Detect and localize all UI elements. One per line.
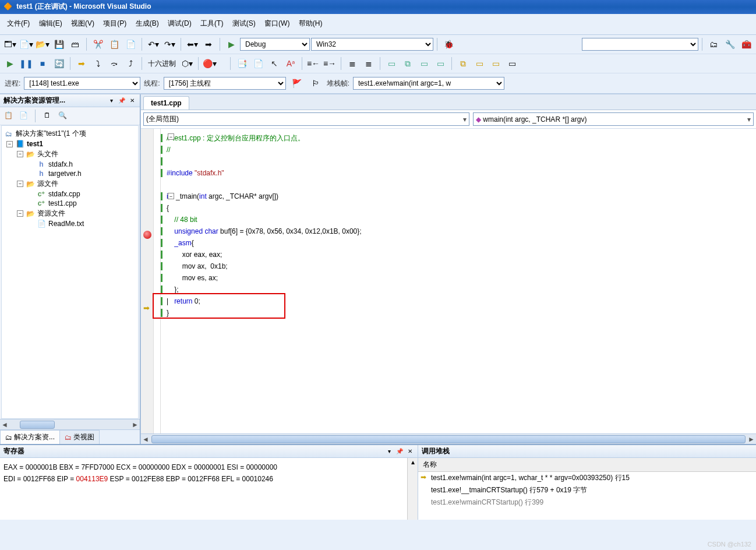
window-btn-4[interactable]: ▭: [433, 56, 448, 71]
nav-back-button[interactable]: ⬅▾: [185, 37, 200, 52]
menu-edit[interactable]: 编辑(E): [37, 17, 65, 30]
panel-menu-icon[interactable]: ▾: [107, 97, 115, 105]
tb-ext-4[interactable]: Aᵃ: [283, 56, 298, 71]
paste-button[interactable]: 📄: [123, 37, 138, 52]
cut-button[interactable]: ✂️: [90, 37, 105, 52]
callstack-body[interactable]: 名称 ➡test1.exe!wmain(int argc=1, wchar_t …: [418, 458, 756, 520]
solution-tree[interactable]: 🗂解决方案"test1"(1 个项 −📘test1 −📂头文件 hstdafx.…: [1, 125, 139, 419]
panel-pin-icon[interactable]: 📌: [118, 97, 126, 105]
stop-button[interactable]: ■: [35, 56, 50, 71]
step-over-button[interactable]: ⤼: [107, 56, 122, 71]
new-item-button[interactable]: 📄▾: [19, 37, 34, 52]
code-area[interactable]: ➡ − − // test1.cpp : 定义控制台应用程序的入口点。 // #…: [141, 129, 756, 433]
se-btn-3[interactable]: 🗒: [41, 110, 53, 121]
step-out-button[interactable]: ⤴: [123, 56, 138, 71]
menu-build[interactable]: 生成(B): [133, 17, 161, 30]
indent-inc-button[interactable]: ≡→: [322, 56, 337, 71]
hex-toggle[interactable]: 十六进制: [146, 59, 178, 69]
uncomment-button[interactable]: ≣: [361, 56, 376, 71]
file-test1-cpp[interactable]: c⁺test1.cpp: [4, 199, 136, 208]
outlining-margin[interactable]: − −: [154, 129, 161, 433]
window-btn-8[interactable]: ▭: [504, 56, 520, 71]
start-debug-button[interactable]: ▶: [224, 37, 239, 52]
fold-icon[interactable]: −: [168, 193, 174, 199]
menu-tools[interactable]: 工具(T): [198, 17, 225, 30]
registers-vscrollbar[interactable]: ▴: [407, 458, 418, 520]
step-into-button[interactable]: ⤵: [90, 56, 105, 71]
flag-thread-button[interactable]: 🚩: [289, 76, 305, 91]
registers-body[interactable]: EAX = 0000001B EBX = 7FFD7000 ECX = 0000…: [0, 458, 407, 520]
menu-view[interactable]: 视图(V): [69, 17, 97, 30]
restart-button[interactable]: 🔄: [51, 56, 66, 71]
menu-project[interactable]: 项目(P): [101, 17, 129, 30]
open-button[interactable]: 📂▾: [35, 37, 50, 52]
redo-button[interactable]: ↷▾: [162, 37, 177, 52]
undo-button[interactable]: ↶▾: [146, 37, 161, 52]
window-btn-5[interactable]: ⧉: [455, 56, 471, 71]
headers-folder[interactable]: −📂头文件: [4, 149, 136, 160]
sources-folder[interactable]: −📂源文件: [4, 178, 136, 189]
properties-button[interactable]: 🔧: [722, 37, 737, 52]
tb-ext-1[interactable]: 📑: [234, 56, 249, 71]
expand-icon[interactable]: −: [17, 181, 23, 187]
tab-solution-explorer[interactable]: 🗂解决方案资...: [0, 430, 60, 444]
file-stdafx-cpp[interactable]: c⁺stdafx.cpp: [4, 189, 136, 199]
window-btn-1[interactable]: ▭: [384, 56, 399, 71]
scope-dropdown[interactable]: (全局范围)▾: [143, 112, 469, 126]
pause-button[interactable]: ❚❚: [19, 56, 34, 71]
stack-frame-0[interactable]: ➡test1.exe!wmain(int argc=1, wchar_t * *…: [418, 472, 756, 484]
save-button[interactable]: 💾: [51, 37, 66, 52]
window-btn-2[interactable]: ⧉: [400, 56, 415, 71]
expand-icon[interactable]: −: [6, 141, 13, 147]
solution-explorer-button[interactable]: 🗂: [706, 37, 721, 52]
panel-close-icon[interactable]: ✕: [406, 447, 414, 456]
window-btn-6[interactable]: ▭: [472, 56, 487, 71]
nav-fwd-button[interactable]: ➡: [201, 37, 216, 52]
toolbox-button[interactable]: 🧰: [739, 37, 754, 52]
menu-window[interactable]: 窗口(W): [262, 17, 292, 30]
indent-dec-button[interactable]: ≡←: [306, 56, 321, 71]
panel-pin-icon[interactable]: 📌: [395, 447, 404, 456]
stackframe-select[interactable]: test1.exe!wmain(int argc=1, w: [353, 77, 504, 90]
member-dropdown[interactable]: ◆ wmain(int argc, _TCHAR *[] argv)▾: [473, 112, 754, 126]
menu-test[interactable]: 测试(S): [230, 17, 258, 30]
tb-ext-3[interactable]: ↖: [267, 56, 282, 71]
fold-icon[interactable]: −: [168, 133, 174, 140]
stack-frame-2[interactable]: test1.exe!wmainCRTStartup() 行399: [418, 496, 756, 509]
solution-root[interactable]: 🗂解决方案"test1"(1 个项: [4, 128, 136, 139]
process-select[interactable]: [1148] test1.exe: [24, 77, 140, 90]
menu-file[interactable]: 文件(F): [5, 17, 32, 30]
new-project-button[interactable]: 🗔▾: [2, 37, 17, 52]
resources-folder[interactable]: −📂资源文件: [4, 208, 136, 219]
window-btn-7[interactable]: ▭: [488, 56, 503, 71]
file-stdafx-h[interactable]: hstdafx.h: [4, 160, 136, 169]
config-select[interactable]: Debug: [240, 38, 310, 51]
hex-icon[interactable]: ⬡▾: [179, 56, 195, 71]
breakpoint-marker[interactable]: [143, 231, 151, 239]
copy-button[interactable]: 📋: [107, 37, 122, 52]
continue-button[interactable]: ▶: [2, 56, 17, 71]
panel-menu-icon[interactable]: ▾: [385, 447, 393, 456]
breakpoints-button[interactable]: 🔴▾: [202, 56, 217, 71]
breakpoint-gutter[interactable]: ➡: [141, 129, 154, 433]
save-all-button[interactable]: 🗃: [68, 37, 83, 52]
expand-icon[interactable]: −: [17, 151, 23, 157]
tb-ext-2[interactable]: 📄: [250, 56, 266, 71]
find-combo[interactable]: [582, 38, 698, 51]
editor-hscrollbar[interactable]: ◄►: [141, 433, 756, 444]
se-btn-4[interactable]: 🔍: [56, 110, 68, 121]
expand-icon[interactable]: −: [17, 210, 23, 217]
tab-class-view[interactable]: 🗂类视图: [59, 430, 100, 444]
project-node[interactable]: −📘test1: [4, 139, 136, 149]
stack-frame-1[interactable]: test1.exe!__tmainCRTStartup() 行579 + 0x1…: [418, 484, 756, 496]
panel-close-icon[interactable]: ✕: [128, 97, 136, 105]
find-in-files-button[interactable]: 🐞: [441, 37, 456, 52]
horizontal-scrollbar[interactable]: ◄►: [0, 419, 140, 429]
menu-debug[interactable]: 调试(D): [165, 17, 194, 30]
thread-select[interactable]: [1756] 主线程: [164, 77, 286, 90]
file-targetver-h[interactable]: htargetver.h: [4, 169, 136, 178]
file-readme[interactable]: 📄ReadMe.txt: [4, 219, 136, 228]
se-btn-2[interactable]: 📄: [17, 110, 29, 121]
menu-help[interactable]: 帮助(H): [296, 17, 325, 30]
callstack-header[interactable]: 名称: [418, 458, 756, 472]
